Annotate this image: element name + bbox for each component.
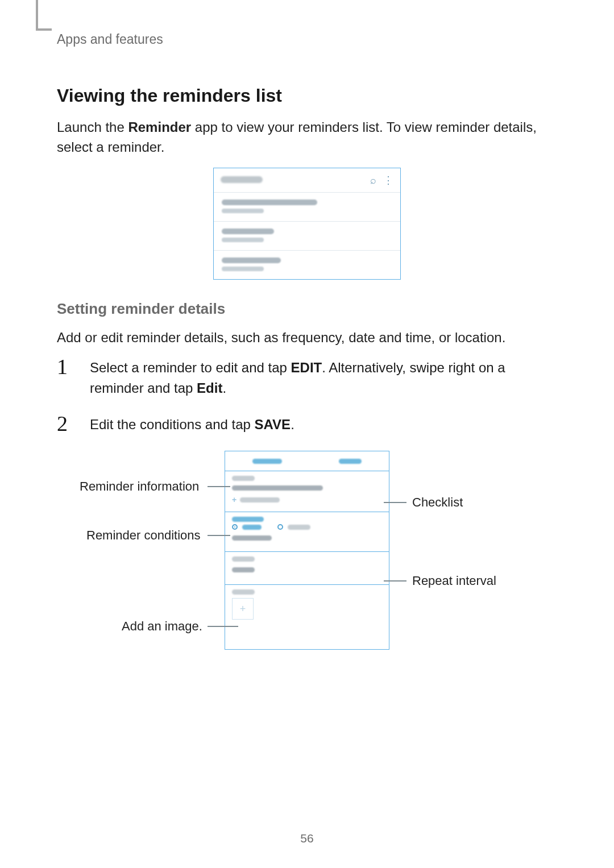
- editor-conditions-section: [225, 512, 389, 551]
- step1-text-a: Select a reminder to edit and tap: [90, 360, 291, 375]
- callout-add-image: Add an image.: [122, 619, 202, 634]
- label-placeholder: [232, 476, 255, 481]
- datetime-placeholder[interactable]: [232, 535, 272, 541]
- intro-text-pre: Launch the: [57, 119, 128, 135]
- radio-place-label: [288, 525, 310, 530]
- add-image-button[interactable]: +: [232, 598, 254, 620]
- step1-edit-word: Edit: [197, 380, 222, 396]
- section-intro: Launch the Reminder app to view your rem…: [57, 118, 557, 157]
- screenshot-appbar: ⌕ ⋮: [214, 168, 400, 192]
- save-button-placeholder[interactable]: [339, 459, 362, 464]
- reminder-title-placeholder: [222, 200, 317, 205]
- reminder-row[interactable]: [214, 250, 400, 279]
- page-number: 56: [0, 832, 614, 845]
- plus-icon: +: [232, 495, 237, 504]
- cancel-button-placeholder[interactable]: [252, 459, 282, 464]
- step2-text-c: .: [291, 417, 294, 432]
- callout-reminder-information: Reminder information: [80, 479, 199, 494]
- reminder-title-placeholder: [222, 229, 274, 234]
- radio-time-label: [242, 525, 262, 530]
- callout-reminder-conditions: Reminder conditions: [86, 528, 201, 543]
- repeat-value-placeholder[interactable]: [232, 567, 255, 572]
- screenshot-reminder-editor: +: [225, 451, 389, 650]
- screenshot-reminders-list: ⌕ ⋮: [213, 168, 401, 280]
- editor-image-section: +: [225, 584, 389, 624]
- lead-line: [208, 535, 230, 536]
- screenshot-title-placeholder: [221, 176, 263, 183]
- add-checklist-placeholder: [240, 497, 280, 502]
- step1-edit-upper: EDIT: [291, 360, 322, 375]
- editor-actionbar: [225, 451, 389, 471]
- numbered-steps: Select a reminder to edit and tap EDIT. …: [57, 358, 557, 435]
- repeat-label-placeholder: [232, 556, 255, 562]
- lead-line: [208, 486, 230, 487]
- radio-time[interactable]: [232, 524, 238, 530]
- lead-line: [208, 626, 238, 627]
- section-heading: Viewing the reminders list: [57, 85, 557, 106]
- step1-text-e: .: [222, 380, 226, 396]
- subsection-intro: Add or edit reminder details, such as fr…: [57, 328, 557, 348]
- running-header: Apps and features: [57, 32, 163, 47]
- step-1: Select a reminder to edit and tap EDIT. …: [57, 358, 557, 398]
- intro-app-name: Reminder: [128, 119, 191, 135]
- checklist-add-row[interactable]: +: [232, 495, 382, 504]
- editor-info-section: +: [225, 471, 389, 512]
- callout-checklist: Checklist: [412, 495, 463, 510]
- lead-line: [384, 580, 406, 582]
- lead-line: [384, 502, 406, 503]
- reminder-subtitle-placeholder: [222, 238, 264, 242]
- search-icon[interactable]: ⌕: [370, 175, 376, 185]
- reminder-subtitle-placeholder: [222, 267, 264, 271]
- conditions-label-placeholder: [232, 517, 264, 522]
- callout-repeat-interval: Repeat interval: [412, 574, 496, 588]
- reminder-row[interactable]: [214, 192, 400, 221]
- radio-place[interactable]: [277, 524, 283, 530]
- reminder-title-placeholder: [222, 258, 281, 263]
- step-2: Edit the conditions and tap SAVE.: [57, 414, 557, 435]
- editor-repeat-section: [225, 551, 389, 584]
- page-corner-mark: [36, 0, 38, 31]
- conditions-radio-row: [232, 524, 382, 530]
- step2-text-a: Edit the conditions and tap: [90, 417, 255, 432]
- step2-save: SAVE: [255, 417, 291, 432]
- reminder-row[interactable]: [214, 221, 400, 250]
- title-input-placeholder[interactable]: [232, 485, 323, 491]
- plus-icon: +: [240, 603, 246, 615]
- reminder-subtitle-placeholder: [222, 209, 264, 213]
- reminder-editor-diagram: +: [97, 451, 517, 655]
- page-content: Viewing the reminders list Launch the Re…: [57, 85, 557, 655]
- more-icon[interactable]: ⋮: [383, 175, 393, 185]
- image-label-placeholder: [232, 589, 255, 595]
- subsection-heading: Setting reminder details: [57, 300, 557, 318]
